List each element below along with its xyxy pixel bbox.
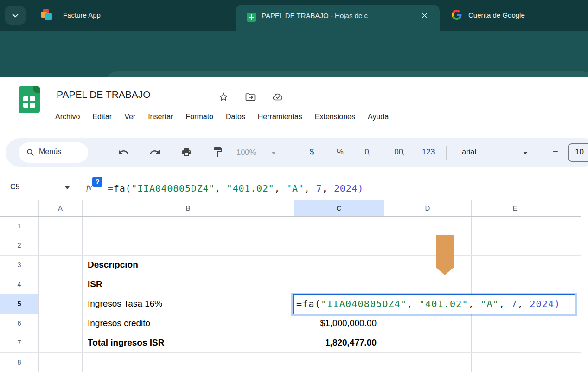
menu-ayuda[interactable]: Ayuda	[368, 113, 389, 121]
google-sheets-favicon-icon	[247, 13, 256, 22]
column-header-e[interactable]: E	[471, 200, 559, 216]
menus-label: Menús	[39, 147, 61, 156]
cell-B7[interactable]: Total ingresos ISR	[88, 333, 164, 352]
row-header-4[interactable]: 4	[0, 275, 38, 294]
arrow-left-small-icon: ←	[367, 151, 373, 157]
star-icon[interactable]	[218, 91, 229, 102]
facture-app-icon	[41, 9, 53, 21]
column-header-c[interactable]: C	[294, 200, 384, 216]
browser-tab-strip: Facture App PAPEL DE TRABAJO - Hojas de …	[0, 0, 588, 31]
menu-editar[interactable]: Editar	[92, 113, 112, 121]
zoom-dropdown-icon[interactable]	[271, 152, 276, 154]
column-header-b[interactable]: B	[82, 200, 294, 216]
formula-help-badge[interactable]: ?	[92, 177, 102, 187]
search-icon	[26, 148, 35, 157]
menu-extensiones[interactable]: Extensiones	[315, 113, 355, 121]
formula-bar: C5 fx ? =fa("IIA040805DZ4", "401.02", "A…	[0, 175, 588, 200]
arrow-right-small-icon: →	[400, 151, 405, 157]
font-dropdown-icon[interactable]	[523, 152, 528, 154]
tab-cuenta-de-google[interactable]: Cuenta de Google	[445, 0, 588, 31]
row-header-5[interactable]: 5	[0, 294, 38, 314]
cell-B3[interactable]: Descripcion	[88, 255, 138, 275]
fx-icon: fx	[86, 183, 92, 192]
cell-C5-formula: =fa("IIA040805DZ4", "401.02", "A", 7, 20…	[296, 298, 560, 309]
cloud-saved-icon[interactable]	[272, 91, 284, 102]
document-title[interactable]: PAPEL DE TRABAJO	[57, 89, 151, 100]
cell-B5[interactable]: Ingresos Tasa 16%	[88, 294, 162, 314]
row-header-1[interactable]: 1	[0, 216, 38, 236]
column-header-a[interactable]: A	[38, 200, 82, 216]
chevron-down-icon	[10, 10, 20, 20]
menu-herramientas[interactable]: Herramientas	[258, 113, 302, 121]
more-formats-button[interactable]: 123	[422, 147, 435, 156]
paint-format-icon[interactable]	[212, 147, 224, 158]
tab-title: Facture App	[63, 11, 101, 19]
decrease-font-size-button[interactable]: −	[553, 146, 558, 157]
name-box[interactable]: C5	[10, 183, 19, 191]
name-box-dropdown-icon[interactable]	[65, 186, 70, 189]
format-currency-button[interactable]: $	[310, 147, 314, 156]
close-tab-icon[interactable]	[420, 11, 429, 20]
tab-title: Cuenta de Google	[468, 11, 525, 19]
redo-icon[interactable]	[149, 147, 160, 158]
cell-C5-edit-box[interactable]: =fa("IIA040805DZ4", "401.02", "A", 7, 20…	[293, 294, 575, 314]
browser-navigation-bar: docs.google.com/spreadsheets/d/1I0P2BsDC…	[0, 31, 588, 77]
annotation-arrow-down-icon	[436, 235, 454, 275]
menus-search-button[interactable]: Menús	[19, 142, 88, 163]
row-header-3[interactable]: 3	[0, 255, 38, 275]
tab-list-chevron-button[interactable]	[5, 6, 26, 25]
font-family-select[interactable]: arial	[462, 147, 476, 156]
formula-input[interactable]: =fa("IIA040805DZ4", "401.02", "A", 7, 20…	[108, 182, 364, 194]
decrease-decimals-button[interactable]: .0 ←	[363, 145, 378, 160]
row-header-2[interactable]: 2	[0, 236, 38, 255]
row-header-6[interactable]: 6	[0, 314, 38, 333]
menu-ver[interactable]: Ver	[124, 113, 135, 121]
zoom-control[interactable]: 100%	[236, 148, 256, 157]
cell-C6[interactable]: $1,000,000.00	[295, 314, 380, 333]
toolbar-band: Menús 100% $ % .0 ← .00	[0, 134, 588, 175]
undo-icon[interactable]	[118, 147, 129, 158]
format-percent-button[interactable]: %	[337, 147, 344, 156]
row-header-7[interactable]: 7	[0, 333, 38, 352]
spreadsheet-grid: A B C D E 1 2 3 4 5 6 7 8 Descripcion IS…	[0, 200, 588, 384]
sheets-header: PAPEL DE TRABAJO Archivo Editar Ver Inse…	[0, 77, 588, 134]
google-g-icon	[452, 10, 462, 20]
column-header-d[interactable]: D	[384, 200, 471, 216]
tab-facture-app[interactable]: Facture App	[32, 0, 232, 31]
move-to-folder-icon[interactable]	[245, 91, 256, 102]
browser-window: Facture App PAPEL DE TRABAJO - Hojas de …	[0, 0, 588, 384]
menu-datos[interactable]: Datos	[226, 113, 245, 121]
google-sheets-logo-icon[interactable]	[19, 86, 40, 113]
menu-archivo[interactable]: Archivo	[55, 113, 80, 121]
row-header-8[interactable]: 8	[0, 352, 38, 372]
toolbar: Menús 100% $ % .0 ← .00	[6, 138, 588, 167]
menu-formato[interactable]: Formato	[185, 113, 213, 121]
tab-papel-de-trabajo[interactable]: PAPEL DE TRABAJO - Hojas de c	[236, 5, 440, 31]
menu-insertar[interactable]: Insertar	[148, 113, 173, 121]
font-size-input[interactable]: 10	[568, 143, 588, 162]
menu-bar: Archivo Editar Ver Insertar Formato Dato…	[55, 113, 389, 121]
cell-B6[interactable]: Ingresos credito	[88, 314, 150, 333]
increase-decimals-button[interactable]: .00 →	[392, 145, 411, 160]
cell-C7[interactable]: 1,820,477.00	[295, 333, 380, 352]
tab-title: PAPEL DE TRABAJO - Hojas de c	[262, 12, 368, 19]
print-icon[interactable]	[181, 147, 192, 158]
cell-B4[interactable]: ISR	[88, 275, 102, 294]
